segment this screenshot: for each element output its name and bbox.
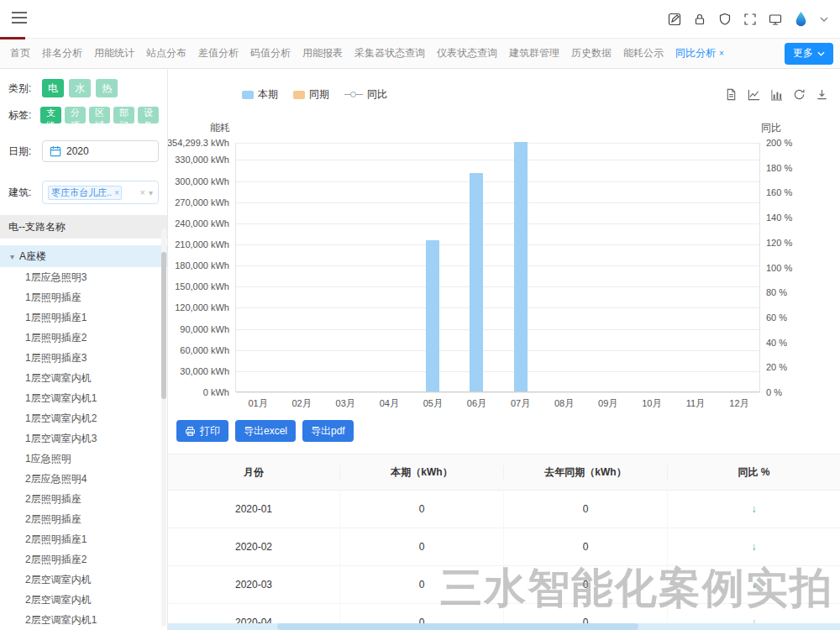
tab-码值分析[interactable]: 码值分析 (250, 46, 291, 60)
tree-item[interactable]: 1层空调室内机3 (0, 428, 167, 449)
gridline (236, 143, 759, 144)
building-tag: 枣庄市台儿庄.. × (48, 186, 122, 200)
tree-item[interactable]: 1层照明插座 (0, 287, 167, 307)
category-button-电[interactable]: 电 (42, 79, 64, 97)
more-label: 更多 (793, 46, 813, 60)
horizontal-scrollbar[interactable] (168, 623, 840, 630)
tree-item[interactable]: 2层应急照明4 (0, 469, 167, 489)
cell-last: 0 (504, 566, 668, 603)
more-button[interactable]: 更多 (785, 43, 833, 65)
tab-close-icon[interactable]: × (719, 49, 724, 58)
tree-header: 电--支路名称 (0, 215, 167, 239)
tree-item[interactable]: 1层应急照明3 (0, 267, 167, 287)
tab-用能报表[interactable]: 用能报表 (302, 46, 343, 60)
tree-item[interactable]: 1层照明插座2 (0, 328, 167, 348)
lock-icon[interactable] (693, 13, 706, 26)
building-filter: 建筑: 枣庄市台儿庄.. × × ▾ (0, 180, 167, 205)
print-button[interactable]: 打印 (176, 420, 228, 442)
horizontal-scrollbar-thumb[interactable] (277, 623, 638, 630)
tab-仪表状态查询[interactable]: 仪表状态查询 (437, 46, 497, 60)
tree-expand-icon[interactable]: ▾ (10, 252, 14, 261)
legend-item-同比[interactable]: 同比 (344, 87, 387, 102)
tree-item[interactable]: 2层照明插座 (0, 489, 167, 509)
export-excel-button[interactable]: 导出excel (235, 420, 296, 442)
fullscreen-icon[interactable] (743, 13, 757, 26)
tree-item[interactable]: 2层照明插座 (0, 509, 167, 529)
y2-axis-tick: 200 % (766, 138, 792, 148)
tab-用能统计[interactable]: 用能统计 (94, 46, 134, 60)
tree-item[interactable]: 1应急照明 (0, 449, 167, 469)
tag-close-icon[interactable]: × (114, 188, 119, 197)
tab-同比分析[interactable]: 同比分析× (675, 46, 724, 60)
tag-button-区域[interactable]: 区域 (89, 107, 110, 123)
tab-list: 首页排名分析用能统计站点分布差值分析码值分析用能报表采集器状态查询仪表状态查询建… (10, 46, 778, 60)
tab-差值分析[interactable]: 差值分析 (198, 46, 239, 60)
tree-item[interactable]: 1层空调室内机 (0, 368, 167, 388)
sidebar-scrollbar-thumb[interactable] (161, 252, 166, 399)
tree-item[interactable]: 1层空调室内机2 (0, 408, 167, 428)
date-filter: 日期: 2020 (0, 139, 167, 163)
cell-current: 0 (340, 528, 504, 565)
x-axis-label: 08月 (554, 397, 574, 410)
line-chart-icon[interactable] (748, 88, 760, 101)
cell-trend: ↓ (668, 491, 840, 528)
monitor-icon[interactable] (769, 13, 782, 26)
tag-button-部门[interactable]: 部门 (113, 107, 134, 123)
tree-root-a-building[interactable]: ▾ A座楼 (0, 245, 167, 267)
tree-item[interactable]: 2层空调室内机1 (0, 610, 167, 630)
tab-label: 排名分析 (42, 46, 82, 60)
tree-item[interactable]: 1层空调室内机1 (0, 388, 167, 408)
edit-icon[interactable] (668, 13, 681, 26)
date-value: 2020 (66, 145, 89, 157)
tree-item[interactable]: 2层空调室内机 (0, 590, 167, 610)
tab-能耗公示[interactable]: 能耗公示 (623, 46, 664, 60)
tree-item[interactable]: 2层照明插座1 (0, 529, 167, 549)
tag-button-设备[interactable]: 设备 (138, 107, 159, 123)
tag-button-支路[interactable]: 支路 (40, 107, 61, 123)
water-drop-logo-icon[interactable] (794, 11, 808, 27)
document-icon[interactable] (725, 88, 738, 101)
bar-06月[interactable] (470, 173, 483, 391)
select-caret-icon[interactable]: ▾ (149, 188, 153, 197)
select-clear-icon[interactable]: × (140, 187, 145, 197)
action-buttons: 打印 导出excel 导出pdf (176, 420, 354, 442)
download-icon[interactable] (816, 88, 828, 101)
tab-建筑群管理[interactable]: 建筑群管理 (509, 46, 559, 60)
sidebar-scrollbar[interactable] (161, 228, 166, 627)
tab-label: 用能统计 (94, 46, 134, 60)
y2-axis-tick: 140 % (766, 213, 792, 223)
bar-07月[interactable] (514, 142, 528, 391)
date-input[interactable]: 2020 (42, 140, 159, 162)
bar-05月[interactable] (426, 240, 439, 391)
chevron-down-icon[interactable] (820, 17, 828, 22)
tab-历史数据[interactable]: 历史数据 (571, 46, 612, 60)
building-select[interactable]: 枣庄市台儿庄.. × × ▾ (42, 181, 159, 204)
y-axis-tick: 210,000 kWh (175, 239, 229, 249)
category-button-热[interactable]: 热 (96, 79, 118, 97)
bar-chart-icon[interactable] (770, 88, 783, 101)
tab-站点分布[interactable]: 站点分布 (146, 46, 186, 60)
x-axis-label: 03月 (336, 397, 355, 410)
y2-axis-tick: 0 % (766, 387, 782, 397)
tree-item[interactable]: 1层照明插座1 (0, 307, 167, 328)
export-pdf-button[interactable]: 导出pdf (302, 420, 354, 442)
legend-item-本期[interactable]: 本期 (242, 87, 278, 102)
tab-首页[interactable]: 首页 (10, 46, 30, 60)
category-button-水[interactable]: 水 (69, 79, 91, 97)
menu-icon[interactable] (12, 12, 27, 27)
legend-item-同期[interactable]: 同期 (293, 87, 329, 102)
shield-icon[interactable] (718, 13, 732, 26)
tab-采集器状态查询[interactable]: 采集器状态查询 (354, 46, 425, 60)
gridline (236, 223, 759, 224)
building-tag-text: 枣庄市台儿庄.. (51, 186, 112, 199)
accent-bar (0, 37, 25, 39)
tree-item[interactable]: 2层空调室内机 (0, 570, 167, 590)
tree-item[interactable]: 1层照明插座3 (0, 348, 167, 368)
tab-排名分析[interactable]: 排名分析 (42, 46, 82, 60)
tag-button-分项[interactable]: 分项 (65, 107, 86, 123)
tree-item[interactable]: 2层照明插座2 (0, 549, 167, 570)
y-axis-tick: 30,000 kWh (180, 366, 229, 376)
table-row: 2020-0100↓ (168, 491, 840, 528)
y-axis-tick: 120,000 kWh (175, 302, 229, 312)
refresh-icon[interactable] (793, 88, 806, 101)
